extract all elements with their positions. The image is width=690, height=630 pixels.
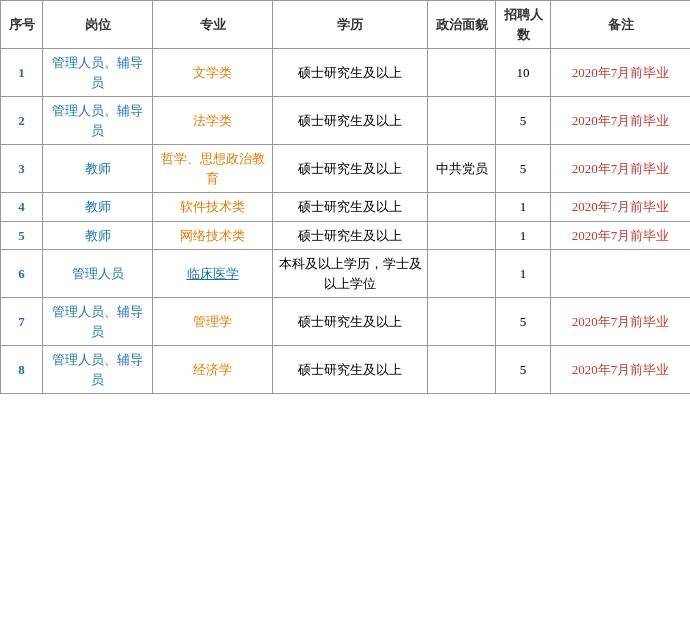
recruitment-table: 序号 岗位 专业 学历 政治面貌 招聘人数 备注 1管理人员、辅导员文学类硕士研… <box>0 0 690 394</box>
cell-seq: 8 <box>1 346 43 394</box>
header-political: 政治面貌 <box>428 1 496 49</box>
cell-post: 教师 <box>43 221 153 250</box>
table-header-row: 序号 岗位 专业 学历 政治面貌 招聘人数 备注 <box>1 1 691 49</box>
cell-seq: 2 <box>1 97 43 145</box>
cell-edu: 硕士研究生及以上 <box>273 298 428 346</box>
table-row: 8管理人员、辅导员经济学硕士研究生及以上52020年7月前毕业 <box>1 346 691 394</box>
cell-post: 管理人员 <box>43 250 153 298</box>
cell-note <box>551 250 691 298</box>
cell-count: 5 <box>496 97 551 145</box>
cell-note: 2020年7月前毕业 <box>551 145 691 193</box>
table-body: 1管理人员、辅导员文学类硕士研究生及以上102020年7月前毕业2管理人员、辅导… <box>1 49 691 394</box>
cell-note: 2020年7月前毕业 <box>551 346 691 394</box>
cell-edu: 硕士研究生及以上 <box>273 49 428 97</box>
cell-edu: 硕士研究生及以上 <box>273 145 428 193</box>
cell-major: 临床医学 <box>153 250 273 298</box>
table-row: 6管理人员临床医学本科及以上学历，学士及以上学位1 <box>1 250 691 298</box>
cell-edu: 硕士研究生及以上 <box>273 221 428 250</box>
cell-edu: 硕士研究生及以上 <box>273 97 428 145</box>
cell-political <box>428 49 496 97</box>
table-row: 2管理人员、辅导员法学类硕士研究生及以上52020年7月前毕业 <box>1 97 691 145</box>
cell-seq: 1 <box>1 49 43 97</box>
cell-edu: 硕士研究生及以上 <box>273 193 428 222</box>
cell-seq: 4 <box>1 193 43 222</box>
table-row: 4教师软件技术类硕士研究生及以上12020年7月前毕业 <box>1 193 691 222</box>
cell-major: 网络技术类 <box>153 221 273 250</box>
cell-note: 2020年7月前毕业 <box>551 49 691 97</box>
header-edu: 学历 <box>273 1 428 49</box>
cell-edu: 硕士研究生及以上 <box>273 346 428 394</box>
cell-major: 管理学 <box>153 298 273 346</box>
main-table-wrapper: 序号 岗位 专业 学历 政治面貌 招聘人数 备注 1管理人员、辅导员文学类硕士研… <box>0 0 690 394</box>
table-row: 3教师哲学、思想政治教育硕士研究生及以上中共党员52020年7月前毕业 <box>1 145 691 193</box>
cell-seq: 6 <box>1 250 43 298</box>
cell-major: 软件技术类 <box>153 193 273 222</box>
cell-political <box>428 250 496 298</box>
cell-count: 5 <box>496 298 551 346</box>
cell-political <box>428 193 496 222</box>
cell-count: 1 <box>496 250 551 298</box>
cell-count: 5 <box>496 346 551 394</box>
cell-political <box>428 346 496 394</box>
cell-count: 1 <box>496 221 551 250</box>
table-row: 1管理人员、辅导员文学类硕士研究生及以上102020年7月前毕业 <box>1 49 691 97</box>
cell-major: 文学类 <box>153 49 273 97</box>
cell-edu: 本科及以上学历，学士及以上学位 <box>273 250 428 298</box>
cell-post: 管理人员、辅导员 <box>43 97 153 145</box>
cell-post: 教师 <box>43 145 153 193</box>
cell-political <box>428 221 496 250</box>
cell-seq: 3 <box>1 145 43 193</box>
cell-political <box>428 97 496 145</box>
cell-note: 2020年7月前毕业 <box>551 97 691 145</box>
cell-post: 管理人员、辅导员 <box>43 298 153 346</box>
header-note: 备注 <box>551 1 691 49</box>
header-post: 岗位 <box>43 1 153 49</box>
cell-post: 管理人员、辅导员 <box>43 346 153 394</box>
cell-count: 10 <box>496 49 551 97</box>
table-row: 5教师网络技术类硕士研究生及以上12020年7月前毕业 <box>1 221 691 250</box>
header-major: 专业 <box>153 1 273 49</box>
cell-note: 2020年7月前毕业 <box>551 298 691 346</box>
cell-political <box>428 298 496 346</box>
cell-count: 5 <box>496 145 551 193</box>
cell-note: 2020年7月前毕业 <box>551 221 691 250</box>
cell-major: 哲学、思想政治教育 <box>153 145 273 193</box>
cell-major: 法学类 <box>153 97 273 145</box>
header-seq: 序号 <box>1 1 43 49</box>
cell-post: 管理人员、辅导员 <box>43 49 153 97</box>
table-row: 7管理人员、辅导员管理学硕士研究生及以上52020年7月前毕业 <box>1 298 691 346</box>
header-count: 招聘人数 <box>496 1 551 49</box>
cell-major: 经济学 <box>153 346 273 394</box>
cell-count: 1 <box>496 193 551 222</box>
cell-seq: 5 <box>1 221 43 250</box>
cell-seq: 7 <box>1 298 43 346</box>
cell-post: 教师 <box>43 193 153 222</box>
cell-political: 中共党员 <box>428 145 496 193</box>
cell-note: 2020年7月前毕业 <box>551 193 691 222</box>
